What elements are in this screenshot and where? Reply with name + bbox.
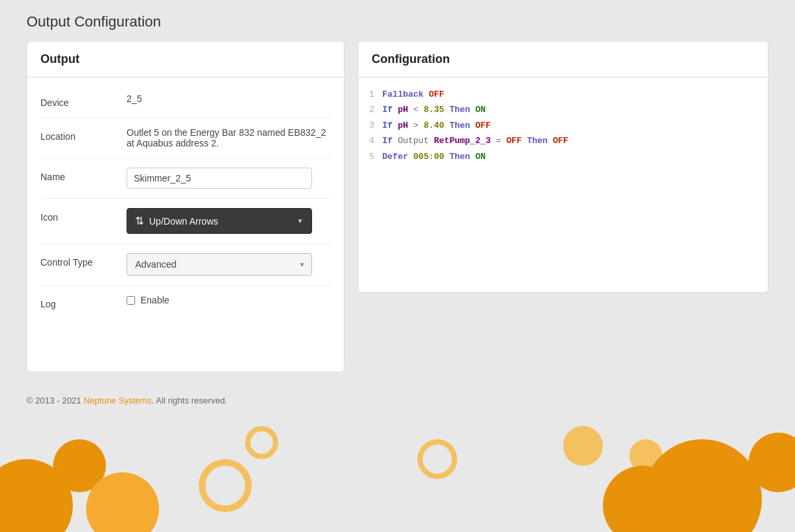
icon-label: Icon	[40, 208, 127, 223]
circle-2	[53, 439, 106, 492]
updown-arrows-icon: ⇅	[135, 215, 144, 227]
code-line: 1Fallback OFF	[365, 87, 761, 102]
code-token: OFF	[475, 121, 490, 131]
code-line: 5Defer 005:00 Then ON	[365, 149, 761, 164]
code-token: ON	[475, 152, 486, 162]
circle-9	[749, 433, 795, 492]
footer-brand-link[interactable]: Neptune Systems	[83, 396, 152, 405]
code-text: Defer 005:00 Then ON	[382, 149, 761, 164]
code-token: =	[491, 136, 506, 146]
code-token: If	[382, 121, 398, 131]
icon-row: Icon ⇅ Up/Down Arrows ▼	[40, 199, 331, 244]
code-line: 4If Output RetPump_2_3 = OFF Then OFF	[365, 133, 761, 148]
main-content: Output Device 2_5 Location Outlet 5 on t…	[26, 41, 768, 372]
name-label: Name	[40, 168, 127, 182]
control-type-select[interactable]: Advanced	[127, 253, 312, 276]
circle-1	[0, 459, 73, 532]
circle-7	[629, 439, 662, 472]
control-type-select-wrapper: Advanced	[127, 253, 312, 276]
log-enable-label: Enable	[140, 295, 170, 305]
device-row: Device 2_5	[40, 84, 331, 118]
circle-8	[643, 439, 762, 532]
icon-dropdown[interactable]: ⇅ Up/Down Arrows ▼	[127, 208, 312, 234]
footer-copyright: © 2013 - 2021	[26, 396, 83, 405]
code-text: If Output RetPump_2_3 = OFF Then OFF	[382, 133, 761, 148]
footer: © 2013 - 2021 Neptune Systems. All right…	[0, 385, 795, 416]
log-enable-checkbox[interactable]	[127, 296, 135, 305]
code-token: Fallback	[382, 89, 429, 99]
code-token: OFF	[506, 136, 521, 146]
circle-11	[563, 426, 603, 466]
code-line: 2If pH < 8.35 Then ON	[365, 102, 761, 117]
code-token: OFF	[429, 89, 444, 99]
output-panel-title: Output	[40, 52, 80, 66]
code-token: Output	[398, 136, 434, 146]
line-number: 3	[365, 118, 374, 133]
code-token: Defer	[382, 152, 413, 162]
circle-6	[417, 439, 457, 479]
line-number: 5	[365, 149, 374, 164]
config-panel: Configuration 1Fallback OFF2If pH < 8.35…	[358, 41, 768, 293]
control-type-label: Control Type	[40, 253, 127, 268]
code-token: ON	[475, 105, 486, 115]
code-token: pH	[398, 121, 408, 131]
code-token: RetPump_2_3	[434, 136, 491, 146]
log-checkbox-row: Enable	[127, 295, 170, 305]
location-row: Location Outlet 5 on the Energy Bar 832 …	[40, 118, 331, 158]
device-value: 2_5	[127, 93, 331, 104]
code-token: Then	[522, 136, 553, 146]
dropdown-chevron-icon: ▼	[297, 217, 303, 225]
code-token: 005	[413, 152, 429, 162]
name-row: Name	[40, 158, 331, 199]
code-block: 1Fallback OFF2If pH < 8.35 Then ON3If pH…	[365, 87, 761, 164]
code-token: <	[408, 105, 423, 115]
code-token: If	[382, 136, 398, 146]
code-token: 8.40	[423, 121, 444, 131]
config-panel-body: 1Fallback OFF2If pH < 8.35 Then ON3If pH…	[358, 78, 768, 174]
code-token: OFF	[553, 136, 568, 146]
code-text: If pH > 8.40 Then OFF	[382, 118, 761, 133]
code-text: If pH < 8.35 Then ON	[382, 102, 761, 117]
code-token: Then	[445, 121, 476, 131]
circle-5	[245, 426, 278, 459]
circle-4	[199, 459, 252, 512]
code-token: :	[429, 152, 434, 162]
code-token: >	[408, 121, 423, 131]
code-token: 8.35	[423, 105, 444, 115]
control-type-row: Control Type Advanced	[40, 244, 331, 286]
icon-btn-left: ⇅ Up/Down Arrows	[135, 215, 218, 227]
log-label: Log	[40, 295, 127, 309]
output-panel: Output Device 2_5 Location Outlet 5 on t…	[26, 41, 344, 372]
config-panel-title: Configuration	[372, 52, 450, 66]
output-panel-header: Output	[27, 42, 344, 78]
icon-dropdown-label: Up/Down Arrows	[149, 216, 218, 227]
location-label: Location	[40, 127, 127, 142]
code-line: 3If pH > 8.40 Then OFF	[365, 118, 761, 133]
circle-3	[86, 472, 159, 532]
output-panel-body: Device 2_5 Location Outlet 5 on the Ener…	[27, 78, 344, 332]
device-label: Device	[40, 93, 127, 108]
code-token: Then	[445, 105, 476, 115]
footer-suffix: . All rights reserved.	[152, 396, 227, 405]
line-number: 2	[365, 102, 374, 117]
circle-10	[603, 466, 682, 532]
code-token: If	[382, 105, 398, 115]
code-token: pH	[398, 105, 408, 115]
location-value: Outlet 5 on the Energy Bar 832 named EB8…	[127, 127, 331, 148]
page-title: Output Configuration	[26, 13, 768, 30]
code-token: Then	[445, 152, 476, 162]
decorative-circles	[0, 399, 795, 532]
code-token: 00	[434, 152, 445, 162]
name-input[interactable]	[127, 168, 312, 189]
config-panel-header: Configuration	[358, 42, 768, 78]
line-number: 1	[365, 87, 374, 102]
log-row: Log Enable	[40, 286, 331, 319]
line-number: 4	[365, 133, 374, 148]
code-text: Fallback OFF	[382, 87, 761, 102]
